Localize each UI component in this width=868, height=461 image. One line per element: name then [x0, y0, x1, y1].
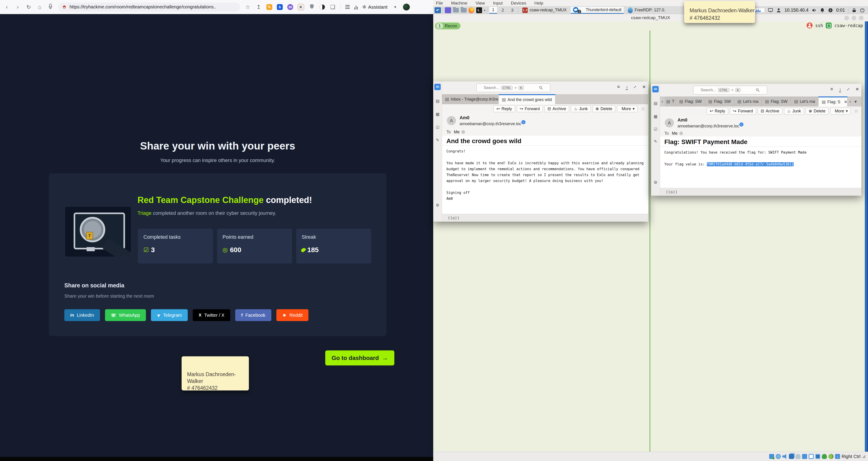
- mail-tab[interactable]: Inbox - Triage@corp.th3reserve.✕: [442, 94, 499, 104]
- tmux-pane-divider[interactable]: [650, 30, 650, 452]
- url-text[interactable]: https://tryhackme.com/room/redteamcapsto…: [69, 4, 216, 9]
- extensions-puzzle-icon[interactable]: ❑: [330, 4, 336, 10]
- address-book-icon[interactable]: ▤: [434, 98, 441, 104]
- tasks-icon[interactable]: ☑: [434, 124, 441, 131]
- share-icon[interactable]: ↥: [255, 4, 262, 10]
- tab-scroll-right-icon[interactable]: ›: [847, 96, 852, 107]
- search-input[interactable]: Search... CTRL + K: [476, 84, 550, 92]
- mail-tab-icon[interactable]: ✉: [434, 84, 441, 90]
- calendar-icon[interactable]: ▦: [434, 111, 441, 117]
- message-action-button[interactable]: ↩Reply: [493, 105, 515, 112]
- vpn-user-icon[interactable]: [776, 8, 781, 13]
- recording-status-icon[interactable]: [815, 454, 820, 459]
- back-icon[interactable]: ‹: [4, 4, 10, 10]
- chat-icon[interactable]: ✎: [652, 138, 659, 145]
- cd-status-icon[interactable]: [776, 454, 781, 459]
- recipient-chip-icon[interactable]: [679, 132, 683, 135]
- chevron-down-icon[interactable]: ▾: [392, 4, 398, 9]
- usb-status-icon[interactable]: [796, 454, 801, 459]
- vbox-menu-item[interactable]: Input: [493, 1, 502, 6]
- assistant-button[interactable]: ✻ Assistant: [362, 4, 388, 10]
- password-extension-icon[interactable]: [267, 4, 272, 10]
- bookmark-star-icon[interactable]: ☆: [245, 4, 251, 10]
- close-icon[interactable]: ✕: [642, 84, 646, 90]
- social-share-button[interactable]: f Facebook: [235, 309, 271, 321]
- message-action-button[interactable]: More: [830, 108, 851, 114]
- lock-screen-icon[interactable]: [851, 8, 857, 13]
- chevron-down-icon[interactable]: ▾: [484, 8, 486, 12]
- sticky-note-top[interactable]: Markus Dachroeden-Walker # 476462432: [684, 1, 755, 23]
- display-status-icon[interactable]: [809, 454, 814, 459]
- network-status-icon[interactable]: [789, 454, 794, 459]
- flag-value-highlighted[interactable]: THM{fd1ad4d0-b01d-455d-a17c-5a4b046e5361…: [707, 162, 794, 166]
- seamless-status-icon[interactable]: [822, 454, 827, 459]
- sticky-note-bottom[interactable]: Markus Dachroeden-Walker # 476462432: [182, 356, 249, 391]
- message-action-button[interactable]: More: [617, 105, 638, 112]
- message-action-button[interactable]: ↪Forward: [517, 105, 543, 112]
- star-icon[interactable]: ☆: [854, 108, 858, 114]
- tmux-window-tab[interactable]: 1Recon: [435, 23, 461, 29]
- message-action-button[interactable]: ♨Junk: [571, 105, 591, 112]
- equalizer-icon[interactable]: [354, 4, 358, 9]
- vbox-menu-item[interactable]: Devices: [511, 1, 526, 6]
- vbox-menu-item[interactable]: Help: [534, 1, 543, 6]
- power-manager-icon[interactable]: [828, 8, 833, 13]
- hdd-status-icon[interactable]: [769, 454, 774, 459]
- download-icon[interactable]: ↓: [626, 84, 628, 90]
- sender-email[interactable]: amoebaman@corp.th3reserve.loc: [678, 124, 739, 128]
- vbox-menu-item[interactable]: File: [436, 1, 443, 6]
- maximize-icon[interactable]: ↕: [632, 84, 638, 90]
- terminal-titlebar[interactable]: csaw-redcap_TMUX: [433, 14, 868, 22]
- mail-tab[interactable]: Flag: SW✕: [762, 96, 791, 107]
- bitwarden-extension-icon[interactable]: b: [277, 4, 283, 10]
- window-controls[interactable]: [844, 16, 864, 20]
- sharedfolder-status-icon[interactable]: [802, 454, 807, 459]
- kali-menu-icon[interactable]: [435, 7, 441, 13]
- social-share-button[interactable]: X Twitter / X: [193, 309, 230, 321]
- workspace-2[interactable]: 2: [499, 7, 507, 13]
- folder-icon[interactable]: [453, 8, 459, 12]
- settings-gear-icon[interactable]: ⚙: [434, 202, 441, 208]
- display-tray-icon[interactable]: [768, 8, 773, 13]
- terminal-icon[interactable]: $_: [476, 7, 482, 13]
- taskbar-window-tmux[interactable]: $_# csaw-redcap_TMUX: [520, 7, 569, 13]
- chat-icon[interactable]: ✎: [434, 137, 441, 143]
- volume-icon[interactable]: [812, 8, 817, 13]
- message-action-button[interactable]: ↩Reply: [707, 108, 728, 114]
- taskbar-window-thunderbird[interactable]: 2 Thunderbird-default: [571, 7, 624, 13]
- star-icon[interactable]: ☆: [641, 106, 645, 112]
- mail-tab[interactable]: Flag: SW✕: [676, 96, 705, 107]
- contact-icon[interactable]: ☺: [739, 122, 743, 126]
- dark-mode-icon[interactable]: [319, 4, 325, 10]
- audio-status-icon[interactable]: [782, 454, 787, 459]
- tasks-icon[interactable]: ☑: [652, 126, 659, 133]
- mail-tab-icon[interactable]: ✉: [652, 86, 659, 92]
- notifications-bell-icon[interactable]: [820, 8, 825, 13]
- mail-tab[interactable]: Flag: SW✕: [705, 96, 734, 107]
- recipient-chip-icon[interactable]: [461, 130, 465, 134]
- message-action-button[interactable]: ⊟Archive: [758, 108, 782, 114]
- mouse-integration-icon[interactable]: [829, 454, 833, 459]
- message-action-button[interactable]: ⊗Delete: [806, 108, 829, 114]
- workspace-1[interactable]: 1: [489, 7, 497, 13]
- message-action-button[interactable]: ⊗Delete: [592, 105, 615, 112]
- settings-gear-icon[interactable]: ⚙: [652, 179, 659, 186]
- app-launcher-icon[interactable]: [445, 7, 451, 13]
- logout-icon[interactable]: [860, 8, 865, 13]
- close-icon[interactable]: ✕: [855, 86, 859, 92]
- social-share-button[interactable]: ➤ Telegram: [151, 309, 188, 321]
- mail-tab[interactable]: Let's ma✕: [734, 96, 762, 107]
- sender-email[interactable]: amoebaman@corp.th3reserve.loc: [460, 121, 521, 126]
- maximize-icon[interactable]: ↕: [845, 86, 851, 92]
- calendar-icon[interactable]: ▦: [652, 113, 659, 120]
- message-action-button[interactable]: ⊟Archive: [545, 105, 569, 112]
- tab-scroll-left-icon[interactable]: ‹: [660, 96, 665, 107]
- taskbar-window-freerdp[interactable]: FreeRDP: 127.0.: [625, 7, 668, 13]
- firefox-icon[interactable]: [468, 7, 474, 13]
- contact-icon[interactable]: ☺: [521, 120, 525, 124]
- workspace-3[interactable]: 3: [508, 7, 516, 13]
- reader-list-icon[interactable]: [345, 4, 350, 10]
- menu-hamburger-icon[interactable]: ≡: [617, 84, 620, 90]
- message-action-button[interactable]: ♨Junk: [784, 108, 804, 114]
- mail-tab[interactable]: Flag: S✕: [818, 96, 847, 107]
